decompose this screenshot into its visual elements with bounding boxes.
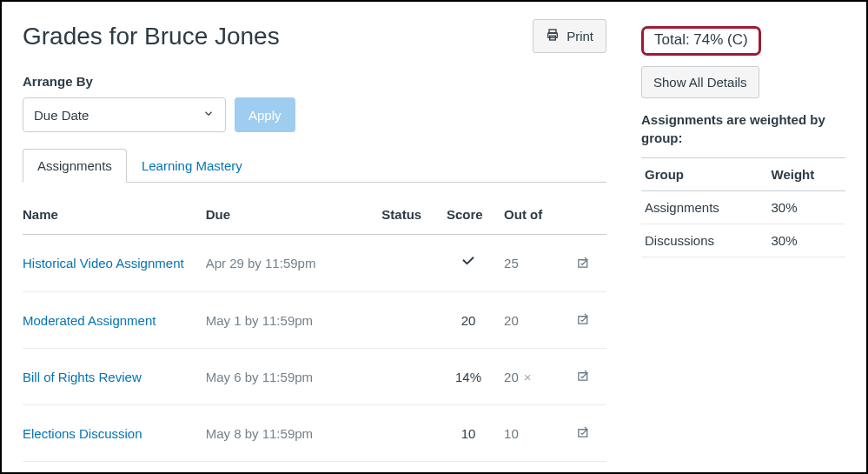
weight-group: Assignments bbox=[641, 191, 768, 224]
table-row: Moderated Assignment May 1 by 11:59pm 20… bbox=[23, 292, 606, 349]
row-action[interactable] bbox=[569, 405, 606, 462]
status-cell bbox=[374, 405, 440, 462]
tab-learning-mastery[interactable]: Learning Mastery bbox=[127, 149, 257, 183]
col-score: Score bbox=[440, 207, 497, 235]
row-action[interactable] bbox=[569, 292, 606, 349]
outof-cell: 10 bbox=[497, 405, 569, 462]
tab-assignments[interactable]: Assignments bbox=[23, 149, 127, 183]
table-row: Historical Video Assignment Apr 29 by 11… bbox=[23, 235, 606, 292]
chevron-down-icon bbox=[202, 108, 215, 123]
weighted-by-text: Assignments are weighted by group: bbox=[641, 110, 845, 147]
weight-col-weight: Weight bbox=[768, 158, 845, 191]
assignment-link[interactable]: Moderated Assignment bbox=[23, 313, 156, 328]
due-date: Apr 29 by 11:59pm bbox=[199, 235, 375, 292]
score-cell: 10 bbox=[440, 405, 497, 462]
assignment-link[interactable]: Elections Discussion bbox=[23, 426, 142, 441]
col-name: Name bbox=[23, 207, 199, 235]
table-row: Bill of Rights Review May 6 by 11:59pm 1… bbox=[23, 349, 606, 405]
score-cell: 20 bbox=[440, 292, 497, 349]
table-row: Elections Discussion May 8 by 11:59pm 10… bbox=[23, 405, 606, 462]
weight-row: Discussions 30% bbox=[641, 224, 845, 257]
assignment-link[interactable]: Historical Video Assignment bbox=[23, 256, 184, 270]
row-action[interactable] bbox=[569, 349, 606, 405]
apply-button[interactable]: Apply bbox=[235, 97, 295, 132]
weight-col-group: Group bbox=[641, 158, 768, 191]
arrange-by-select[interactable]: Due Date bbox=[23, 97, 226, 132]
assignment-link[interactable]: Bill of Rights Review bbox=[23, 370, 142, 384]
status-cell bbox=[374, 235, 440, 292]
status-cell bbox=[374, 292, 440, 349]
header-row: Grades for Bruce Jones Print bbox=[23, 19, 606, 53]
grades-table: Name Due Status Score Out of Historical … bbox=[23, 207, 606, 462]
outof-cell: 25 bbox=[497, 235, 569, 292]
weight-group: Discussions bbox=[641, 224, 768, 257]
due-date: May 8 by 11:59pm bbox=[199, 405, 375, 462]
show-all-details-button[interactable]: Show All Details bbox=[641, 66, 759, 98]
table-header-row: Name Due Status Score Out of bbox=[23, 207, 606, 235]
outof-cell: 20 bbox=[497, 292, 569, 349]
col-action bbox=[569, 207, 606, 235]
sidebar: Total: 74% (C) Show All Details Assignme… bbox=[641, 19, 845, 455]
print-label: Print bbox=[567, 29, 593, 43]
col-status: Status bbox=[374, 207, 440, 235]
print-button[interactable]: Print bbox=[533, 19, 606, 53]
outof-cell: 20× bbox=[497, 349, 569, 405]
weight-header-row: Group Weight bbox=[641, 158, 845, 191]
row-action[interactable] bbox=[569, 235, 606, 292]
col-outof: Out of bbox=[497, 207, 569, 235]
due-date: May 6 by 11:59pm bbox=[199, 349, 375, 405]
score-cell: 14% bbox=[440, 349, 497, 405]
due-date: May 1 by 11:59pm bbox=[199, 292, 375, 349]
weight-value: 30% bbox=[768, 224, 845, 257]
arrange-row: Due Date Apply bbox=[23, 97, 606, 132]
total-grade-badge: Total: 74% (C) bbox=[641, 26, 761, 56]
arrange-by-value: Due Date bbox=[34, 108, 89, 123]
status-cell bbox=[374, 349, 440, 405]
weight-row: Assignments 30% bbox=[641, 191, 845, 224]
col-due: Due bbox=[199, 207, 375, 235]
tabs: Assignments Learning Mastery bbox=[23, 148, 606, 183]
main-content: Grades for Bruce Jones Print Arrange By … bbox=[23, 19, 606, 455]
weight-table: Group Weight Assignments 30% Discussions… bbox=[641, 157, 845, 257]
score-cell bbox=[440, 235, 497, 292]
weight-value: 30% bbox=[768, 191, 845, 224]
page-title: Grades for Bruce Jones bbox=[23, 23, 280, 50]
print-icon bbox=[546, 28, 560, 44]
arrange-by-label: Arrange By bbox=[23, 74, 606, 89]
check-icon bbox=[461, 257, 476, 272]
